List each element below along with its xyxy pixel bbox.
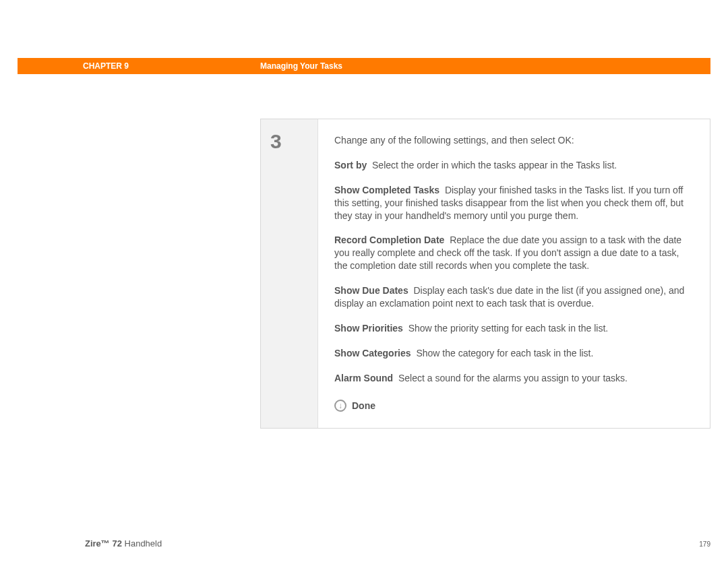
setting-show-due-dates: Show Due Dates Display each task's due d…: [334, 284, 694, 310]
product-name: Zire™ 72 Handheld: [85, 538, 162, 549]
chapter-label: CHAPTER 9: [83, 61, 129, 71]
setting-label: Show Categories: [334, 348, 411, 358]
setting-label: Show Priorities: [334, 323, 403, 334]
page-footer: Zire™ 72 Handheld 179: [85, 538, 710, 549]
setting-show-categories: Show Categories Show the category for ea…: [334, 347, 694, 360]
done-label: Done: [352, 400, 375, 412]
setting-desc: Show the category for each task in the l…: [416, 348, 593, 358]
page-number: 179: [699, 540, 710, 548]
setting-alarm-sound: Alarm Sound Select a sound for the alarm…: [334, 372, 694, 385]
setting-sort-by: Sort by Select the order in which the ta…: [334, 159, 694, 172]
product-name-bold: Zire™ 72: [85, 538, 122, 549]
product-name-rest: Handheld: [122, 538, 162, 549]
setting-record-completion-date: Record Completion Date Replace the due d…: [334, 234, 694, 272]
setting-show-priorities: Show Priorities Show the priority settin…: [334, 322, 694, 335]
step-text-column: Change any of the following settings, an…: [317, 119, 710, 428]
setting-desc: Show the priority setting for each task …: [408, 323, 608, 334]
chapter-header-bar: CHAPTER 9 Managing Your Tasks: [18, 58, 710, 74]
chapter-title: Managing Your Tasks: [260, 61, 342, 71]
step-number-column: 3: [261, 119, 317, 428]
step-number: 3: [270, 130, 317, 153]
setting-label: Record Completion Date: [334, 235, 444, 245]
setting-label: Show Due Dates: [334, 285, 408, 296]
setting-show-completed-tasks: Show Completed Tasks Display your finish…: [334, 184, 694, 222]
setting-label: Sort by: [334, 160, 367, 170]
done-indicator: ↓ Done: [334, 400, 694, 412]
done-arrow-icon: ↓: [334, 400, 346, 412]
step-intro: Change any of the following settings, an…: [334, 134, 694, 147]
setting-desc: Select a sound for the alarms you assign…: [398, 373, 628, 383]
setting-label: Alarm Sound: [334, 373, 393, 383]
step-content-box: 3 Change any of the following settings, …: [260, 119, 710, 429]
setting-label: Show Completed Tasks: [334, 185, 439, 195]
setting-desc: Select the order in which the tasks appe…: [372, 160, 617, 170]
